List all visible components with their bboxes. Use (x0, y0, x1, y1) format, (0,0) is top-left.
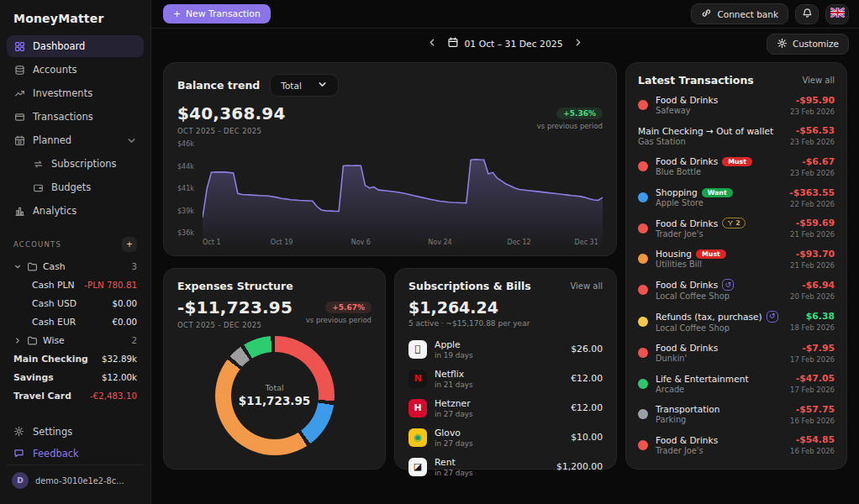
transaction-category-label: Food & Drinks (656, 435, 718, 445)
category-dot (638, 348, 648, 358)
transactions-view-all-link[interactable]: View all (802, 76, 835, 85)
balance-card-header: Balance trend Total (177, 74, 603, 97)
sidebar-item-analytics[interactable]: Analytics (7, 200, 144, 222)
date-range-picker: 01 Oct – 31 Dec 2025 (424, 35, 585, 52)
transaction-right: -$47.0517 Feb 2026 (790, 373, 835, 394)
transaction-date: 18 Feb 2026 (790, 323, 835, 332)
sidebar-item-label: Accounts (33, 64, 76, 76)
transaction-main: Food & DrinksDunkin' (656, 343, 718, 363)
balance-chart-plot[interactable]: Oct 1Oct 19Nov 6Nov 24Dec 12Dec 31 (203, 140, 603, 249)
account-value: -PLN 780.81 (84, 280, 137, 290)
calendar-clock-icon (13, 134, 25, 146)
new-transaction-button[interactable]: + New Transaction (163, 4, 271, 24)
transaction-amount: -$59.69 (790, 218, 835, 228)
subscription-text: Netflixin 21 days (435, 369, 473, 389)
account-row-cash-eur[interactable]: Cash EUR€0.00 (7, 312, 144, 331)
sidebar-item-transactions[interactable]: Transactions (7, 106, 144, 128)
transaction-date: 16 Feb 2026 (790, 447, 835, 455)
balance-trend-card: Balance trend Total $40,368.94 OCT 2025 … (163, 62, 617, 256)
subscription-text: Glovoin 27 days (435, 428, 473, 448)
transaction-row[interactable]: Food & DrinksDunkin'-$7.9517 Feb 2026 (638, 338, 835, 369)
subscription-row-hetzner[interactable]: HHetznerin 27 days€12.00 (408, 393, 603, 423)
expenses-card-title: Expenses Structure (177, 280, 293, 292)
donut-center: Total $11,723.95 (231, 352, 319, 439)
expenses-change-block: +5.67% vs previous period (306, 297, 372, 324)
transaction-row[interactable]: Main Checking → Out of walletGas Station… (638, 121, 835, 152)
split-badge: 2 (722, 218, 745, 228)
subscription-due: in 19 days (435, 351, 473, 360)
transaction-row[interactable]: ShoppingWantApple Store-$363.5522 Feb 20… (638, 182, 835, 213)
transaction-row[interactable]: Life & EntertainmentArcade-$47.0517 Feb … (638, 368, 835, 399)
sidebar-item-investments[interactable]: Investments (7, 82, 144, 104)
account-row-savings[interactable]: Savings$12.00k (7, 368, 144, 386)
sidebar-item-feedback[interactable]: Feedback (7, 443, 144, 465)
transaction-row[interactable]: Refunds (tax, purchase)↺Local Coffee Sho… (638, 306, 835, 338)
account-name: Cash USD (32, 298, 76, 309)
expenses-card-header: Expenses Structure (177, 280, 372, 292)
subscription-row-glovo[interactable]: ◉Glovoin 27 days$10.00 (408, 423, 603, 452)
chevron-down-icon[interactable] (13, 261, 22, 272)
notifications-button[interactable] (795, 4, 819, 24)
account-row-wise[interactable]: Wise2 (7, 331, 144, 349)
sidebar-item-budgets[interactable]: Budgets (25, 176, 144, 198)
subscription-row-rent[interactable]: ◪Rentin 27 days$1,200.00 (408, 452, 603, 481)
user-menu[interactable]: D demo-3010e1e2-8ca0-494... (7, 465, 144, 499)
transaction-amount: -$7.95 (790, 343, 835, 354)
subscriptions-view-all-link[interactable]: View all (570, 281, 603, 291)
transaction-right: -$54.8516 Feb 2026 (790, 434, 835, 455)
connect-bank-button[interactable]: Connect bank (691, 3, 788, 24)
sidebar-item-subscriptions[interactable]: Subscriptions (25, 153, 144, 175)
transaction-main: Food & DrinksMustBlue Bottle (656, 156, 752, 176)
transaction-right: -$57.7516 Feb 2026 (790, 404, 835, 425)
customize-label: Customize (793, 39, 839, 49)
account-row-cash-usd[interactable]: Cash USD$0.00 (7, 294, 144, 312)
expenses-donut-zone: Total $11,723.95 (177, 333, 372, 458)
balance-chart: $46k$44k$41k$39k$36k Oct 1Oct 19Nov 6Nov… (177, 140, 603, 249)
transaction-main: TransportationParking (656, 404, 720, 424)
transaction-row[interactable]: Food & DrinksMustBlue Bottle-$6.6723 Feb… (638, 151, 835, 182)
transaction-merchant: Apple Store (656, 198, 733, 207)
subscription-row-apple[interactable]: Applein 19 days$26.00 (408, 334, 603, 364)
transaction-date: 23 Feb 2026 (790, 169, 835, 177)
split-count: 2 (735, 219, 740, 227)
expenses-amount: -$11,723.95 (177, 297, 292, 318)
main-area: + New Transaction Connect bank (151, 0, 859, 504)
transaction-category-label: Shopping (656, 187, 698, 197)
transaction-category: Food & Drinks↺ (656, 279, 734, 291)
sidebar-item-accounts[interactable]: Accounts (7, 59, 144, 81)
transaction-row[interactable]: HousingMustUtilities Bill-$93.7021 Feb 2… (638, 244, 835, 275)
new-transaction-label: New Transaction (186, 8, 261, 19)
transaction-row[interactable]: TransportationParking-$57.7516 Feb 2026 (638, 399, 835, 430)
chevron-down-icon (317, 79, 328, 92)
account-row-cash[interactable]: Cash3 (7, 257, 144, 276)
transaction-right: -$6.9420 Feb 2026 (790, 280, 835, 301)
account-row-travel-card[interactable]: Travel Card-€2,483.10 (7, 386, 144, 405)
prev-period-button[interactable] (424, 35, 439, 52)
account-name: Cash PLN (32, 280, 75, 291)
balance-line-svg (203, 140, 603, 249)
priority-badge: Must (722, 157, 752, 166)
add-account-button[interactable]: + (122, 237, 137, 252)
transaction-date: 17 Feb 2026 (790, 355, 835, 364)
account-row-main-checking[interactable]: Main Checking$32.89k (7, 349, 144, 368)
wallet-icon (32, 181, 44, 193)
sidebar-item-planned[interactable]: Planned (7, 129, 144, 151)
balance-filter-dropdown[interactable]: Total (270, 74, 339, 97)
account-row-cash-pln[interactable]: Cash PLN-PLN 780.81 (7, 276, 144, 294)
transaction-row[interactable]: Food & DrinksTrader Joe's-$54.8516 Feb 2… (638, 430, 835, 461)
account-value: $12.00k (102, 372, 137, 382)
date-range-button[interactable]: 01 Oct – 31 Dec 2025 (447, 37, 562, 50)
accounts-header-label: ACCOUNTS (13, 240, 61, 249)
expenses-donut-chart[interactable]: Total $11,723.95 (215, 336, 335, 455)
subscription-row-netflix[interactable]: NNetflixin 21 days€12.00 (408, 364, 603, 393)
transaction-row[interactable]: Food & Drinks↺Local Coffee Shop-$6.9420 … (638, 275, 835, 307)
chevron-right-icon[interactable] (13, 335, 22, 346)
sidebar-item-settings[interactable]: Settings (7, 421, 144, 443)
next-period-button[interactable] (572, 35, 586, 52)
transaction-row[interactable]: Food & Drinks2Trader Joe's-$59.6921 Feb … (638, 213, 835, 244)
language-button[interactable] (825, 4, 849, 24)
transaction-row[interactable]: Food & DrinksSafeway-$95.9023 Feb 2026 (638, 90, 835, 121)
account-value: €0.00 (113, 317, 137, 327)
customize-button[interactable]: Customize (767, 34, 849, 55)
sidebar-item-dashboard[interactable]: Dashboard (7, 35, 144, 57)
